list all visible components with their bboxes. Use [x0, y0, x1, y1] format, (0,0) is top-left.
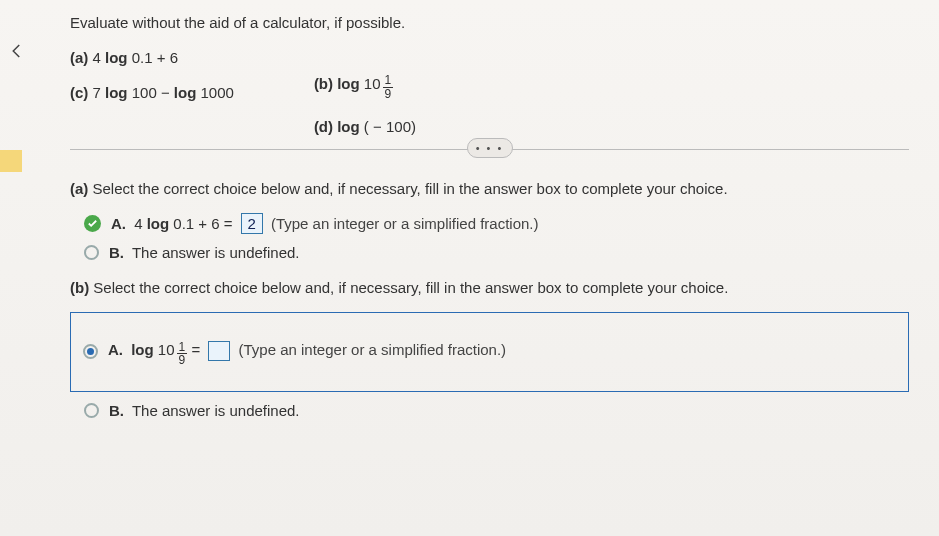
- part-b-intro: (b) Select the correct choice below and,…: [70, 279, 909, 296]
- b-frac-num: 1: [383, 74, 394, 88]
- problem-a: (a) 4 log 0.1 + 6: [70, 49, 234, 66]
- a-optA-prefix: 4: [134, 215, 147, 232]
- a-log: log: [105, 49, 128, 66]
- choice-content: A. log 1019 = (Type an integer or a simp…: [108, 335, 506, 366]
- a-optA-hint: (Type an integer or a simplified fractio…: [267, 215, 539, 232]
- part-a-text: Select the correct choice below and, if …: [88, 180, 727, 197]
- part-b-text: Select the correct choice below and, if …: [89, 279, 728, 296]
- problem-d: (d) log ( − 100): [314, 118, 416, 135]
- label-d: (d): [314, 118, 333, 135]
- ellipsis-button[interactable]: • • •: [467, 138, 513, 158]
- c-prefix: 7: [93, 84, 106, 101]
- c-mid: 100 −: [128, 84, 174, 101]
- b-optA-frac-num: 1: [177, 341, 188, 355]
- b-base: 10: [360, 75, 381, 92]
- part-a-label: (a): [70, 180, 88, 197]
- opt-b-text: The answer is undefined.: [132, 402, 300, 419]
- c-log2: log: [174, 84, 197, 101]
- part-b-option-a[interactable]: A. log 1019 = (Type an integer or a simp…: [83, 335, 896, 366]
- part-b-label: (b): [70, 279, 89, 296]
- radio-icon[interactable]: [84, 245, 99, 260]
- d-arg: ( − 100): [360, 118, 416, 135]
- b-optA-log: log: [131, 341, 154, 358]
- choice-content: A. 4 log 0.1 + 6 = 2 (Type an integer or…: [111, 213, 539, 234]
- part-a-option-a[interactable]: A. 4 log 0.1 + 6 = 2 (Type an integer or…: [84, 213, 909, 234]
- d-log: log: [337, 118, 360, 135]
- problem-grid: (a) 4 log 0.1 + 6 (c) 7 log 100 − log 10…: [70, 49, 909, 135]
- check-icon: [84, 215, 101, 232]
- right-column: (b) log 1019 (d) log ( − 100): [314, 49, 416, 135]
- opt-b-letter: B.: [109, 402, 124, 419]
- choice-content: B. The answer is undefined.: [109, 402, 300, 419]
- opt-b-text: The answer is undefined.: [132, 244, 300, 261]
- opt-a-letter: A.: [111, 215, 126, 232]
- a-prefix: 4: [93, 49, 106, 66]
- c-log1: log: [105, 84, 128, 101]
- b-optA-eq: =: [187, 341, 204, 358]
- problem-b: (b) log 1019: [314, 69, 416, 100]
- main-prompt: Evaluate without the aid of a calculator…: [70, 14, 909, 31]
- radio-icon[interactable]: [83, 344, 98, 359]
- radio-icon[interactable]: [84, 403, 99, 418]
- answer-input-a[interactable]: 2: [241, 213, 263, 234]
- opt-b-letter: B.: [109, 244, 124, 261]
- choice-content: B. The answer is undefined.: [109, 244, 300, 261]
- c-tail: 1000: [196, 84, 234, 101]
- answer-input-b[interactable]: [208, 341, 230, 361]
- part-b-selected-group: A. log 1019 = (Type an integer or a simp…: [70, 312, 909, 391]
- a-rest: 0.1 + 6: [128, 49, 178, 66]
- a-optA-eq: 0.1 + 6 =: [169, 215, 237, 232]
- part-b-option-b[interactable]: B. The answer is undefined.: [84, 402, 909, 419]
- exercise-page: Evaluate without the aid of a calculator…: [0, 0, 939, 536]
- b-frac-den: 9: [383, 88, 394, 101]
- opt-a-letter: A.: [108, 341, 123, 358]
- b-log: log: [337, 75, 360, 92]
- b-optA-hint: (Type an integer or a simplified fractio…: [234, 341, 506, 358]
- left-column: (a) 4 log 0.1 + 6 (c) 7 log 100 − log 10…: [70, 49, 234, 135]
- part-a-option-b[interactable]: B. The answer is undefined.: [84, 244, 909, 261]
- problem-c: (c) 7 log 100 − log 1000: [70, 84, 234, 101]
- label-a: (a): [70, 49, 88, 66]
- back-arrow-icon[interactable]: [8, 40, 26, 66]
- b-optA-base: 10: [154, 341, 175, 358]
- b-optA-frac-den: 9: [177, 354, 188, 367]
- label-c: (c): [70, 84, 88, 101]
- part-a-intro: (a) Select the correct choice below and,…: [70, 180, 909, 197]
- highlight-marker: [0, 150, 22, 172]
- label-b: (b): [314, 75, 333, 92]
- a-optA-log: log: [147, 215, 170, 232]
